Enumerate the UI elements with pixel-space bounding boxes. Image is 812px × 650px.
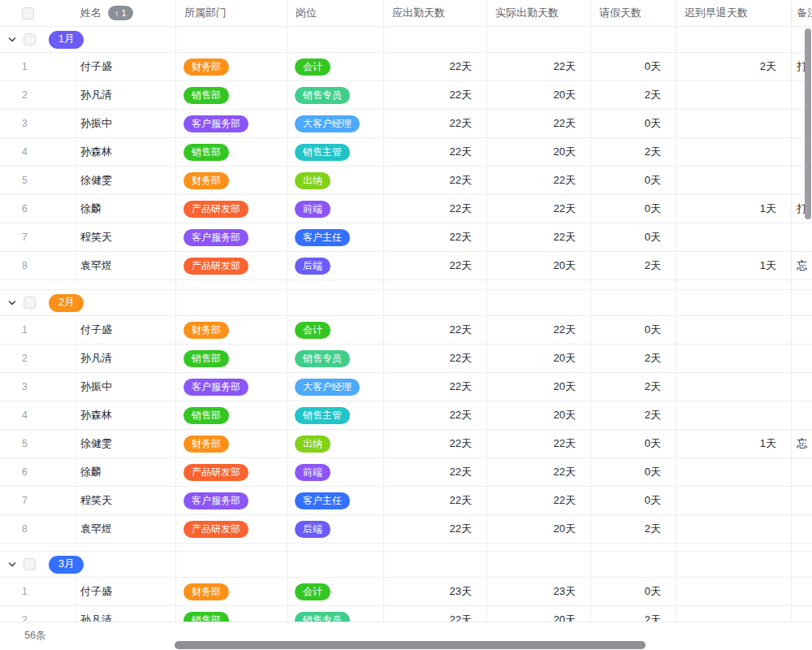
row-number-cell[interactable]: 4: [0, 138, 76, 166]
row-number-cell[interactable]: 1: [0, 316, 76, 344]
role-cell[interactable]: 大客户经理: [287, 373, 384, 401]
horizontal-scrollbar[interactable]: [175, 641, 646, 649]
late-days-cell[interactable]: [676, 606, 792, 622]
role-cell[interactable]: 会计: [287, 53, 384, 80]
name-cell[interactable]: 付子盛: [76, 53, 176, 80]
name-cell[interactable]: 程笑天: [76, 223, 176, 251]
expected-days-cell[interactable]: 22天: [384, 344, 487, 372]
leave-days-cell[interactable]: 0天: [591, 316, 676, 344]
expected-days-cell[interactable]: 22天: [384, 252, 487, 280]
role-cell[interactable]: 前端: [287, 195, 384, 223]
dept-cell[interactable]: 产品研发部: [176, 252, 287, 280]
group-checkbox[interactable]: [24, 297, 36, 309]
late-days-cell[interactable]: [676, 578, 792, 605]
remark-cell[interactable]: 忘: [792, 252, 812, 280]
expected-days-cell[interactable]: 22天: [384, 81, 487, 109]
actual-days-cell[interactable]: 22天: [487, 430, 591, 457]
row-number-cell[interactable]: 8: [0, 515, 76, 543]
late-days-cell[interactable]: [676, 515, 792, 543]
name-cell[interactable]: 程笑天: [76, 487, 176, 514]
remark-cell[interactable]: [792, 401, 812, 429]
column-header-position[interactable]: 岗位: [287, 0, 384, 26]
role-cell[interactable]: 前端: [287, 458, 384, 486]
chevron-down-icon[interactable]: [7, 35, 17, 45]
column-header-name[interactable]: 姓名 ↑ 1: [76, 0, 176, 26]
leave-days-cell[interactable]: 2天: [591, 81, 676, 109]
actual-days-cell[interactable]: 20天: [487, 606, 591, 622]
late-days-cell[interactable]: [676, 344, 792, 372]
remark-cell[interactable]: [792, 606, 812, 622]
actual-days-cell[interactable]: 22天: [487, 110, 591, 137]
expected-days-cell[interactable]: 22天: [384, 167, 487, 194]
dept-cell[interactable]: 销售部: [176, 606, 287, 622]
row-number-cell[interactable]: 3: [0, 110, 76, 137]
row-number-cell[interactable]: 5: [0, 430, 76, 457]
row-number-cell[interactable]: 5: [0, 167, 76, 194]
name-cell[interactable]: 付子盛: [76, 316, 176, 344]
leave-days-cell[interactable]: 2天: [591, 138, 676, 166]
row-number-cell[interactable]: 2: [0, 81, 76, 109]
role-cell[interactable]: 销售专员: [287, 344, 384, 372]
name-cell[interactable]: 徐麟: [76, 195, 176, 223]
actual-days-cell[interactable]: 22天: [487, 167, 591, 194]
late-days-cell[interactable]: [676, 458, 792, 486]
leave-days-cell[interactable]: 0天: [591, 578, 676, 605]
name-cell[interactable]: 袁罕煜: [76, 252, 176, 280]
actual-days-cell[interactable]: 22天: [487, 223, 591, 251]
late-days-cell[interactable]: [676, 110, 792, 137]
dept-cell[interactable]: 客户服务部: [176, 487, 287, 514]
dept-cell[interactable]: 客户服务部: [176, 373, 287, 401]
remark-cell[interactable]: [792, 373, 812, 401]
dept-cell[interactable]: 客户服务部: [176, 110, 287, 137]
role-cell[interactable]: 会计: [287, 578, 384, 605]
name-cell[interactable]: 徐健雯: [76, 167, 176, 194]
role-cell[interactable]: 客户主任: [287, 223, 384, 251]
remark-cell[interactable]: [792, 316, 812, 344]
name-cell[interactable]: 孙凡清: [76, 606, 176, 622]
dept-cell[interactable]: 销售部: [176, 344, 287, 372]
role-cell[interactable]: 销售专员: [287, 81, 384, 109]
name-cell[interactable]: 孙凡清: [76, 344, 176, 372]
dept-cell[interactable]: 销售部: [176, 401, 287, 429]
role-cell[interactable]: 客户主任: [287, 487, 384, 514]
group-checkbox[interactable]: [24, 558, 36, 570]
name-cell[interactable]: 付子盛: [76, 578, 176, 605]
expected-days-cell[interactable]: 22天: [384, 515, 487, 543]
dept-cell[interactable]: 产品研发部: [176, 458, 287, 486]
remark-cell[interactable]: [792, 223, 812, 251]
expected-days-cell[interactable]: 22天: [384, 138, 487, 166]
leave-days-cell[interactable]: 2天: [591, 373, 676, 401]
leave-days-cell[interactable]: 0天: [591, 487, 676, 514]
leave-days-cell[interactable]: 0天: [591, 195, 676, 223]
actual-days-cell[interactable]: 22天: [487, 316, 591, 344]
row-number-cell[interactable]: 7: [0, 487, 76, 514]
expected-days-cell[interactable]: 22天: [384, 430, 487, 457]
chevron-down-icon[interactable]: [7, 560, 17, 570]
expected-days-cell[interactable]: 22天: [384, 110, 487, 137]
remark-cell[interactable]: [792, 515, 812, 543]
leave-days-cell[interactable]: 0天: [591, 53, 676, 80]
late-days-cell[interactable]: [676, 316, 792, 344]
name-cell[interactable]: 孙森林: [76, 138, 176, 166]
row-number-cell[interactable]: 7: [0, 223, 76, 251]
remark-cell[interactable]: [792, 487, 812, 514]
row-number-cell[interactable]: 1: [0, 578, 76, 605]
expected-days-cell[interactable]: 22天: [384, 53, 487, 80]
name-cell[interactable]: 孙振中: [76, 373, 176, 401]
row-number-cell[interactable]: 4: [0, 401, 76, 429]
late-days-cell[interactable]: [676, 373, 792, 401]
expected-days-cell[interactable]: 22天: [384, 373, 487, 401]
late-days-cell[interactable]: 1天: [676, 430, 792, 457]
actual-days-cell[interactable]: 20天: [487, 252, 591, 280]
dept-cell[interactable]: 产品研发部: [176, 515, 287, 543]
actual-days-cell[interactable]: 23天: [487, 578, 591, 605]
role-cell[interactable]: 后端: [287, 252, 384, 280]
expected-days-cell[interactable]: 22天: [384, 606, 487, 622]
actual-days-cell[interactable]: 22天: [487, 195, 591, 223]
row-number-cell[interactable]: 2: [0, 344, 76, 372]
leave-days-cell[interactable]: 2天: [591, 606, 676, 622]
role-cell[interactable]: 大客户经理: [287, 110, 384, 137]
name-cell[interactable]: 徐麟: [76, 458, 176, 486]
row-number-cell[interactable]: 3: [0, 373, 76, 401]
leave-days-cell[interactable]: 2天: [591, 515, 676, 543]
